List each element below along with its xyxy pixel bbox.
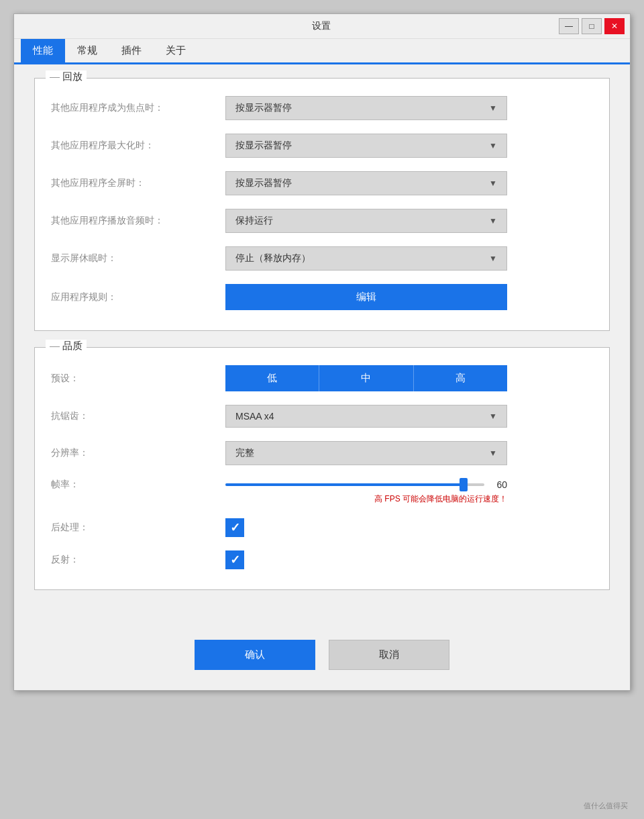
resolution-control: 完整 ▼ — [225, 441, 593, 465]
tab-plugins[interactable]: 插件 — [109, 39, 154, 62]
edit-button[interactable]: 编辑 — [225, 284, 507, 310]
setting-row-focus: 其他应用程序成为焦点时： 按显示器暂停 ▼ — [51, 89, 593, 127]
postprocess-control: ✓ — [225, 518, 593, 537]
fps-slider-container: 60 — [225, 479, 507, 490]
sleep-control: 停止（释放内存） ▼ — [225, 246, 593, 271]
focus-label: 其他应用程序成为焦点时： — [51, 102, 225, 114]
sleep-value: 停止（释放内存） — [235, 252, 311, 264]
setting-row-rules: 应用程序规则： 编辑 — [51, 277, 593, 317]
setting-row-preset: 预设： 低 中 高 — [51, 358, 593, 398]
sleep-arrow-icon: ▼ — [489, 254, 497, 263]
audio-dropdown[interactable]: 保持运行 ▼ — [225, 209, 507, 233]
fullscreen-control: 按显示器暂停 ▼ — [225, 171, 593, 195]
resolution-value: 完整 — [235, 447, 254, 459]
antialiasing-label: 抗锯齿： — [51, 410, 225, 422]
window-controls: — □ ✕ — [559, 18, 625, 34]
fps-warning-text: 高 FPS 可能会降低电脑的运行速度！ — [225, 493, 507, 505]
sleep-dropdown[interactable]: 停止（释放内存） ▼ — [225, 246, 507, 271]
antialiasing-control: MSAA x4 ▼ — [225, 405, 593, 428]
resolution-dropdown[interactable]: 完整 ▼ — [225, 441, 507, 465]
fps-control: 60 — [225, 479, 593, 490]
reflection-check-icon: ✓ — [230, 554, 240, 566]
fullscreen-value: 按显示器暂停 — [235, 177, 292, 189]
confirm-button[interactable]: 确认 — [195, 640, 315, 670]
audio-arrow-icon: ▼ — [489, 216, 497, 226]
reflection-label: 反射： — [51, 554, 225, 566]
preset-label: 预设： — [51, 373, 225, 385]
fullscreen-arrow-icon: ▼ — [489, 179, 497, 188]
setting-row-postprocess: 后处理： ✓ — [51, 512, 593, 544]
window-title: 设置 — [84, 20, 559, 32]
setting-row-resolution: 分辨率： 完整 ▼ — [51, 434, 593, 472]
audio-control: 保持运行 ▼ — [225, 209, 593, 233]
reflection-checkbox[interactable]: ✓ — [225, 550, 244, 569]
main-content: 回放 其他应用程序成为焦点时： 按显示器暂停 ▼ 其他应用程序最大化时： 按显示… — [14, 64, 630, 626]
fullscreen-dropdown[interactable]: 按显示器暂停 ▼ — [225, 171, 507, 195]
title-bar: 设置 — □ ✕ — [14, 14, 630, 39]
preset-low-button[interactable]: 低 — [225, 365, 319, 391]
settings-window: 设置 — □ ✕ 性能 常规 插件 关于 回放 其他应用程序成为焦点时： 按显示… — [13, 13, 631, 691]
setting-row-audio: 其他应用程序播放音频时： 保持运行 ▼ — [51, 202, 593, 240]
quality-title: 品质 — [46, 340, 87, 352]
tabs-bar: 性能 常规 插件 关于 — [14, 39, 630, 64]
antialiasing-dropdown[interactable]: MSAA x4 ▼ — [225, 405, 507, 428]
postprocess-checkbox[interactable]: ✓ — [225, 518, 244, 537]
fps-value: 60 — [491, 479, 507, 490]
maximize-arrow-icon: ▼ — [489, 141, 497, 150]
antialiasing-value: MSAA x4 — [235, 411, 274, 422]
maximize-dropdown[interactable]: 按显示器暂停 ▼ — [225, 134, 507, 158]
fps-slider-track[interactable] — [225, 483, 484, 486]
playback-section: 回放 其他应用程序成为焦点时： 按显示器暂停 ▼ 其他应用程序最大化时： 按显示… — [34, 78, 610, 331]
fps-slider-fill — [225, 483, 464, 486]
tab-perf[interactable]: 性能 — [21, 39, 65, 62]
rules-control: 编辑 — [225, 284, 593, 310]
preset-group: 低 中 高 — [225, 365, 507, 391]
minimize-button[interactable]: — — [559, 18, 579, 34]
focus-control: 按显示器暂停 ▼ — [225, 96, 593, 120]
resolution-label: 分辨率： — [51, 447, 225, 459]
rules-label: 应用程序规则： — [51, 291, 225, 303]
cancel-button[interactable]: 取消 — [329, 640, 449, 670]
focus-value: 按显示器暂停 — [235, 102, 292, 114]
setting-row-antialiasing: 抗锯齿： MSAA x4 ▼ — [51, 398, 593, 434]
setting-row-fullscreen: 其他应用程序全屏时： 按显示器暂停 ▼ — [51, 164, 593, 202]
resolution-arrow-icon: ▼ — [489, 448, 497, 458]
setting-row-reflection: 反射： ✓ — [51, 544, 593, 576]
watermark-text: 值什么值得买 — [584, 801, 628, 811]
maximize-button[interactable]: □ — [582, 18, 602, 34]
focus-arrow-icon: ▼ — [489, 103, 497, 113]
setting-row-sleep: 显示屏休眠时： 停止（释放内存） ▼ — [51, 240, 593, 277]
audio-label: 其他应用程序播放音频时： — [51, 215, 225, 227]
postprocess-check-icon: ✓ — [230, 522, 240, 534]
antialiasing-arrow-icon: ▼ — [489, 412, 497, 421]
quality-section: 品质 预设： 低 中 高 抗锯齿： MSAA x4 ▼ — [34, 347, 610, 590]
fps-slider-thumb[interactable] — [460, 478, 468, 491]
audio-value: 保持运行 — [235, 215, 273, 227]
setting-row-fps: 帧率： 60 高 FPS 可能会降低电脑的运行速度！ — [51, 472, 593, 512]
preset-mid-button[interactable]: 中 — [319, 365, 413, 391]
tab-about[interactable]: 关于 — [154, 39, 198, 62]
setting-row-maximize: 其他应用程序最大化时： 按显示器暂停 ▼ — [51, 127, 593, 164]
sleep-label: 显示屏休眠时： — [51, 252, 225, 264]
fps-label: 帧率： — [51, 479, 225, 491]
bottom-bar: 确认 取消 — [14, 626, 630, 690]
preset-control: 低 中 高 — [225, 365, 593, 391]
tab-general[interactable]: 常规 — [65, 39, 109, 62]
playback-title: 回放 — [46, 70, 87, 83]
close-button[interactable]: ✕ — [604, 18, 625, 34]
focus-dropdown[interactable]: 按显示器暂停 ▼ — [225, 96, 507, 120]
fullscreen-label: 其他应用程序全屏时： — [51, 177, 225, 189]
maximize-control: 按显示器暂停 ▼ — [225, 134, 593, 158]
preset-high-button[interactable]: 高 — [414, 365, 507, 391]
maximize-label: 其他应用程序最大化时： — [51, 140, 225, 152]
maximize-value: 按显示器暂停 — [235, 140, 292, 152]
fps-row-inner: 帧率： 60 — [51, 479, 593, 491]
postprocess-label: 后处理： — [51, 522, 225, 534]
fps-warning-container: 高 FPS 可能会降低电脑的运行速度！ — [51, 491, 593, 505]
reflection-control: ✓ — [225, 550, 593, 569]
